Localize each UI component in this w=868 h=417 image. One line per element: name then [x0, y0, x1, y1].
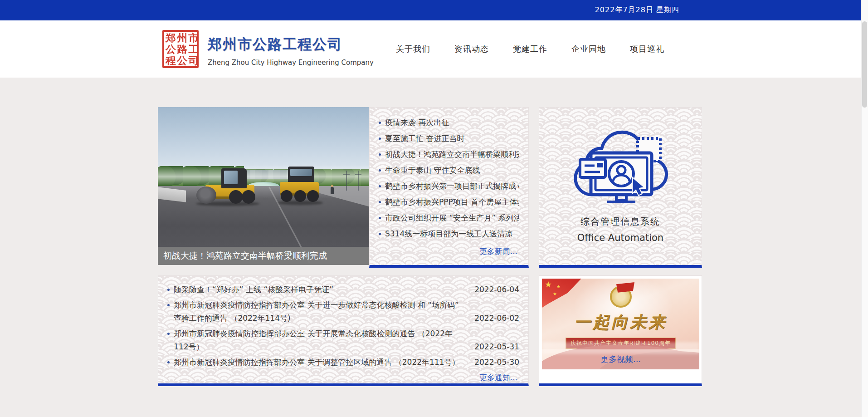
nav-item[interactable]: 资讯动态	[454, 44, 489, 54]
notice-title: 随采随查！“郑好办” 上线 “核酸采样电子凭证”	[174, 283, 333, 296]
bullet-dot-icon	[379, 169, 381, 172]
notice-list-item[interactable]: 随采随查！“郑好办” 上线 “核酸采样电子凭证” 2022-06-04	[166, 283, 519, 296]
news-carousel[interactable]: 初战大捷！鸿苑路立交南半幅桥梁顺利完成	[158, 107, 369, 265]
bullet-dot-icon	[379, 217, 381, 219]
logo-line: 郑州市	[166, 32, 197, 44]
oa-title-chinese: 综合管理信息系统	[539, 216, 702, 228]
oa-panel[interactable]: 综合管理信息系统 Office Automation	[539, 107, 702, 268]
notice-date: 2022-06-04	[474, 283, 519, 296]
youth-league-emblem-icon	[610, 286, 632, 308]
photo-worker	[331, 187, 334, 194]
star-icon: ★	[553, 291, 557, 296]
brand-block: 郑州市公路工程公司 Zheng Zhou City Highway Engine…	[208, 35, 374, 67]
news-item-title: 疫情来袭 再次出征	[385, 115, 449, 131]
notice-list-item[interactable]: 郑州市新冠肺炎疫情防控指挥部办公室 关于进一步做好常态化核酸检测 和 “场所码”…	[166, 299, 519, 325]
notice-list-item[interactable]: 郑州市新冠肺炎疫情防控指挥部办公室 关于开展常态化核酸检测的通告 （2022年1…	[166, 327, 519, 353]
notice-date: 2022-05-30	[474, 356, 519, 369]
news-item-title: 初战大捷！鸿苑路立交南半幅桥梁顺利完成	[385, 147, 519, 162]
bullet-dot-icon	[379, 153, 381, 156]
top-bar: 2022年7月28日 星期四	[0, 0, 868, 20]
page-scrollbar[interactable]	[861, 0, 868, 417]
bullet-dot-icon	[167, 304, 170, 306]
notice-title: 郑州市新冠肺炎疫情防控指挥部办公室 关于进一步做好常态化核酸检测 和 “场所码”…	[174, 299, 466, 325]
news-list-item[interactable]: 市政公司组织开展 “安全生产月” 系列活动	[378, 210, 519, 226]
photo-road-roller-left	[196, 168, 255, 205]
cloud-oa-icon	[539, 121, 702, 212]
star-icon: ★	[545, 280, 552, 289]
bullet-dot-icon	[167, 333, 170, 335]
news-item-title: 鹤壁市乡村振兴PPP项目 首个房屋主体验收	[385, 194, 519, 210]
photo-power-pylon	[358, 171, 359, 191]
news-list-item[interactable]: 夏至施工忙 奋进正当时	[378, 131, 519, 147]
news-list-item[interactable]: 鹤壁市乡村振兴第一项目部正式揭牌成立	[378, 178, 519, 194]
news-list: 疫情来袭 再次出征 夏至施工忙 奋进正当时 初战大捷！鸿苑路立交南半幅桥梁顺利完…	[378, 115, 519, 242]
news-item-title: 市政公司组织开展 “安全生产月” 系列活动	[385, 210, 519, 226]
more-videos-band: 更多视频...	[542, 349, 699, 369]
carousel-caption-bar: 初战大捷！鸿苑路立交南半幅桥梁顺利完成	[158, 247, 369, 265]
nav-item[interactable]: 项目巡礼	[630, 44, 664, 54]
notice-title: 郑州市新冠肺炎疫情防控指挥部办公室 关于调整管控区域的通告 （2022年111号…	[174, 356, 460, 369]
video-slogan: 一起向未来	[542, 311, 699, 334]
more-news-link[interactable]: 更多新闻...	[479, 247, 517, 256]
more-news-row: 更多新闻...	[378, 246, 519, 257]
carousel-photo-road-rollers	[158, 107, 369, 265]
more-notices-link[interactable]: 更多通知...	[479, 373, 517, 382]
more-notices-row: 更多通知...	[166, 373, 519, 383]
news-list-item[interactable]: 初战大捷！鸿苑路立交南半幅桥梁顺利完成	[378, 147, 519, 162]
bullet-dot-icon	[379, 201, 381, 203]
logo-line: 公路工	[166, 44, 197, 55]
notices-panel: 随采随查！“郑好办” 上线 “核酸采样电子凭证” 2022-06-04 郑州市新…	[158, 275, 529, 386]
more-videos-link[interactable]: 更多视频...	[600, 354, 641, 365]
news-item-title: 生命重于泰山 守住安全底线	[385, 162, 480, 178]
photo-road-roller-right	[277, 167, 320, 203]
site-header: 郑州市 公路工 程公司 郑州市公路工程公司 Zheng Zhou City Hi…	[0, 20, 868, 78]
bullet-dot-icon	[379, 137, 381, 140]
video-thumbnail[interactable]: ★ ★ ★ 一起向未来 庆祝中国共产主义青年团建团100周年 更多视频...	[542, 279, 699, 369]
notice-date: 2022-06-02	[474, 312, 519, 325]
notice-list-item[interactable]: 郑州市新冠肺炎疫情防控指挥部办公室 关于调整管控区域的通告 （2022年111号…	[166, 356, 519, 369]
news-list-item[interactable]: 疫情来袭 再次出征	[378, 115, 519, 131]
star-icon: ★	[556, 284, 561, 289]
news-list-item[interactable]: S314线一标项目部为一线工人送清凉	[378, 226, 519, 242]
company-name: 郑州市公路工程公司	[208, 35, 374, 54]
bullet-dot-icon	[379, 185, 381, 187]
company-name-english: Zheng Zhou City Highway Engineering Comp…	[208, 59, 374, 67]
news-panel: 疫情来袭 再次出征 夏至施工忙 奋进正当时 初战大捷！鸿苑路立交南半幅桥梁顺利完…	[369, 107, 529, 268]
nav-item[interactable]: 关于我们	[396, 44, 430, 54]
news-list-item[interactable]: 鹤壁市乡村振兴PPP项目 首个房屋主体验收	[378, 194, 519, 210]
bullet-dot-icon	[167, 361, 170, 363]
news-item-title: 鹤壁市乡村振兴第一项目部正式揭牌成立	[385, 178, 519, 194]
notice-date: 2022-05-31	[474, 340, 519, 353]
carousel-caption: 初战大捷！鸿苑路立交南半幅桥梁顺利完成	[163, 250, 327, 262]
photo-power-pylon	[346, 171, 347, 191]
logo-line: 程公司	[166, 55, 197, 66]
nav-item[interactable]: 企业园地	[571, 44, 606, 54]
bullet-dot-icon	[379, 122, 381, 124]
notice-title: 郑州市新冠肺炎疫情防控指挥部办公室 关于开展常态化核酸检测的通告 （2022年1…	[174, 327, 466, 353]
nav-item[interactable]: 党建工作	[513, 44, 547, 54]
current-date: 2022年7月28日 星期四	[595, 5, 679, 15]
company-seal-logo[interactable]: 郑州市 公路工 程公司	[162, 30, 199, 68]
main-nav: 关于我们 资讯动态 党建工作 企业园地 项目巡礼	[396, 20, 664, 78]
bullet-dot-icon	[379, 233, 381, 235]
news-item-title: 夏至施工忙 奋进正当时	[385, 131, 464, 147]
oa-title-english: Office Automation	[539, 232, 702, 243]
news-item-title: S314线一标项目部为一线工人送清凉	[385, 226, 512, 242]
notice-list: 随采随查！“郑好办” 上线 “核酸采样电子凭证” 2022-06-04 郑州市新…	[166, 283, 519, 369]
video-panel: ★ ★ ★ 一起向未来 庆祝中国共产主义青年团建团100周年 更多视频...	[539, 275, 702, 386]
scrollbar-thumb[interactable]	[862, 21, 867, 108]
bullet-dot-icon	[167, 289, 170, 291]
news-list-item[interactable]: 生命重于泰山 守住安全底线	[378, 162, 519, 178]
